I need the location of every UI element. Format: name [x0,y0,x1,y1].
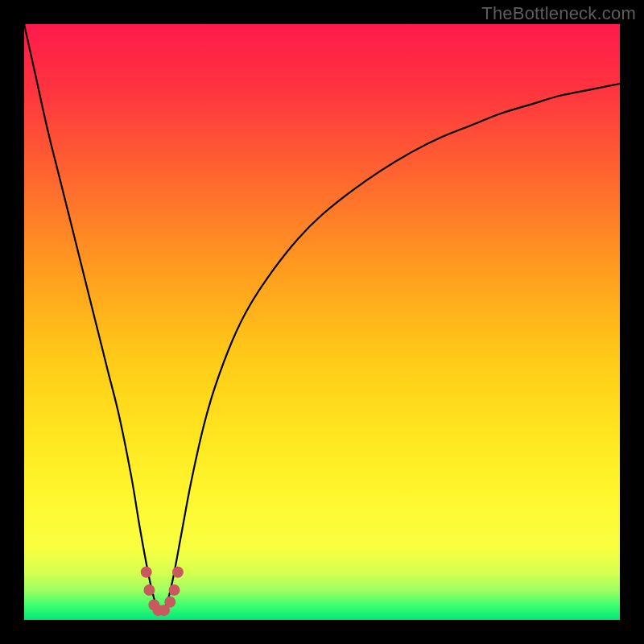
outer-frame: TheBottleneck.com [0,0,644,644]
plot-area [24,24,620,620]
marker-dot [143,584,155,596]
marker-dot [172,567,184,578]
gradient-background [24,24,620,620]
watermark-text: TheBottleneck.com [481,3,636,24]
chart-svg [24,24,620,620]
marker-dot [164,597,175,608]
marker-dot [168,584,180,596]
marker-dot [141,567,152,578]
